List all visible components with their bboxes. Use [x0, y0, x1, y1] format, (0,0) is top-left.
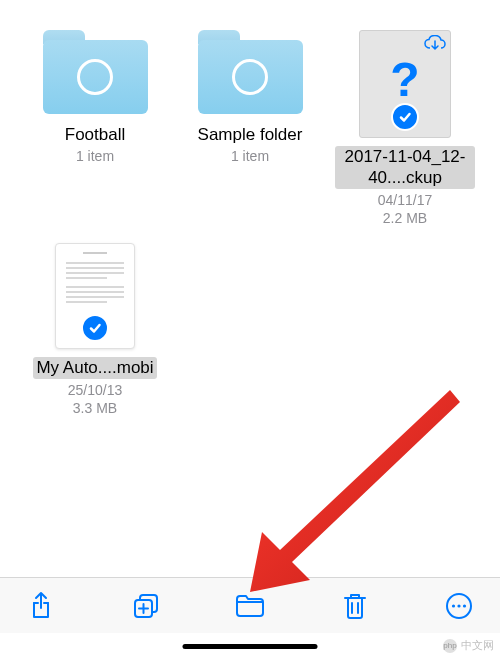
folder-item-football[interactable]: Football 1 item: [25, 30, 165, 228]
document-thumbnail: [55, 243, 135, 349]
item-meta: 1 item: [231, 147, 269, 166]
watermark-logo-icon: php: [443, 639, 457, 653]
item-meta: 1 item: [76, 147, 114, 166]
item-date: 25/10/13: [68, 381, 123, 400]
share-button[interactable]: [20, 585, 62, 627]
svg-point-3: [452, 604, 455, 607]
selected-check-icon: [81, 314, 109, 342]
duplicate-icon: [132, 592, 160, 620]
item-name: My Auto....mobi: [33, 357, 156, 378]
delete-button[interactable]: [334, 585, 376, 627]
home-indicator[interactable]: [183, 644, 318, 649]
folder-thumbnail: [198, 30, 303, 114]
selection-circle-icon: [232, 59, 268, 95]
item-size: 2.2 MB: [383, 209, 427, 228]
watermark: php 中文网: [443, 638, 494, 653]
question-mark-icon: ?: [390, 52, 419, 107]
selected-check-icon: [391, 103, 419, 131]
share-icon: [29, 591, 53, 621]
bottom-toolbar: [0, 577, 500, 633]
selection-circle-icon: [77, 59, 113, 95]
item-name: 2017-11-04_12-40....ckup: [335, 146, 475, 189]
svg-marker-6: [250, 390, 460, 592]
file-item-mobi[interactable]: My Auto....mobi 25/10/13 3.3 MB: [25, 243, 165, 418]
move-button[interactable]: [229, 585, 271, 627]
file-thumbnail: ?: [359, 30, 451, 138]
file-grid: Football 1 item Sample folder 1 item ?: [0, 0, 500, 418]
cloud-download-icon: [424, 35, 446, 51]
more-button[interactable]: [438, 585, 480, 627]
svg-point-5: [463, 604, 466, 607]
svg-point-4: [457, 604, 460, 607]
item-name: Sample folder: [198, 124, 303, 145]
folder-thumbnail: [43, 30, 148, 114]
folder-icon: [235, 594, 265, 618]
item-date: 04/11/17: [378, 191, 433, 210]
duplicate-button[interactable]: [125, 585, 167, 627]
item-size: 3.3 MB: [73, 399, 117, 418]
item-name: Football: [65, 124, 125, 145]
more-icon: [445, 592, 473, 620]
folder-item-sample[interactable]: Sample folder 1 item: [180, 30, 320, 228]
trash-icon: [343, 592, 367, 620]
file-item-backup[interactable]: ? 2017-11-04_12-40....ckup 04/11/17 2.2 …: [335, 30, 475, 228]
